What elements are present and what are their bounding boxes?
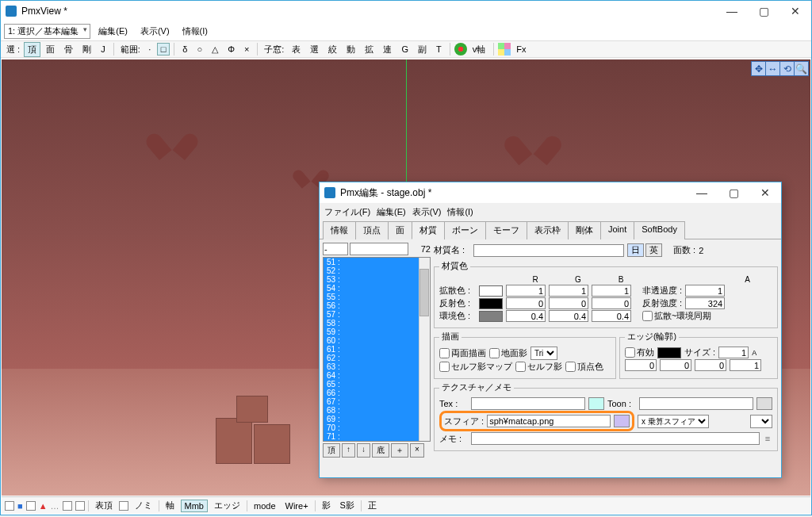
cb-twoside[interactable]: 両面描画	[439, 347, 486, 359]
maximize-button[interactable]: ▢	[748, 1, 779, 21]
list-name-field[interactable]	[350, 243, 408, 255]
tri-select[interactable]: Tri	[530, 347, 557, 360]
sb-4[interactable]: エッジ	[211, 499, 243, 512]
child-titlebar[interactable]: Pmx編集 - stage.obj * — ▢ ✕	[320, 182, 781, 203]
sb-9[interactable]: 正	[365, 499, 380, 512]
memo-input[interactable]	[471, 432, 760, 445]
diffuse-r[interactable]	[506, 285, 546, 297]
toon-input[interactable]	[639, 397, 753, 410]
list-item[interactable]: 54 :	[324, 284, 430, 293]
fx-button[interactable]: Fx	[512, 43, 530, 56]
gizmo-pan-icon[interactable]: ↔	[765, 61, 780, 76]
edge-a[interactable]	[730, 359, 761, 371]
sel-face[interactable]: 面	[42, 42, 59, 57]
ambient-swatch[interactable]	[479, 311, 503, 322]
diffuse-g[interactable]	[549, 285, 588, 297]
tab-bone[interactable]: ボーン	[444, 221, 486, 239]
list-item[interactable]: 69 :	[324, 415, 430, 423]
tab-softbody[interactable]: SoftBody	[634, 221, 685, 239]
minimize-button[interactable]: —	[716, 1, 748, 21]
specular-b[interactable]	[592, 297, 631, 309]
list-add-button[interactable]: ＋	[391, 443, 408, 458]
diffuse-swatch[interactable]	[479, 285, 503, 297]
cw-1[interactable]: 選	[306, 42, 323, 57]
list-filter-input[interactable]	[323, 243, 348, 255]
cb-vertexcolor[interactable]: 頂点色	[565, 361, 603, 373]
sb-8[interactable]: S影	[337, 499, 358, 512]
status-blue[interactable]: ■	[17, 501, 23, 511]
sb-0[interactable]: 表頂	[92, 499, 116, 512]
cw-0[interactable]: 表	[288, 42, 304, 57]
cw-3[interactable]: 動	[343, 42, 359, 57]
sph-color-button[interactable]	[614, 415, 630, 427]
cb-ground[interactable]: 地面影	[489, 347, 527, 359]
list-item[interactable]: 64 :	[324, 371, 430, 380]
sym-circle[interactable]: ○	[193, 43, 206, 56]
sb-6[interactable]: Wire+	[282, 500, 312, 511]
child-menu-edit[interactable]: 編集(E)	[377, 206, 406, 218]
list-item[interactable]: 65 :	[324, 380, 430, 389]
sym-triangle[interactable]: △	[208, 43, 222, 56]
edge-b[interactable]	[695, 359, 726, 371]
sb-7[interactable]: 影	[319, 499, 334, 512]
gizmo-move-icon[interactable]: ✥	[751, 61, 766, 76]
menu-view[interactable]: 表示(V)	[136, 24, 174, 39]
diffuse-b[interactable]	[592, 285, 631, 297]
tab-joint[interactable]: Joint	[600, 221, 634, 239]
sym-phi[interactable]: Φ	[224, 43, 239, 56]
cw-8[interactable]: T	[432, 43, 446, 56]
alpha-input[interactable]	[685, 285, 725, 297]
list-item[interactable]: 53 :	[324, 275, 430, 284]
list-item[interactable]: 68 :	[324, 406, 430, 415]
list-item[interactable]: 60 :	[324, 336, 430, 345]
sph-mode-select[interactable]: x 乗算スフィア	[638, 415, 709, 428]
status-red[interactable]: ▲	[39, 501, 48, 511]
edge-g[interactable]	[660, 359, 691, 371]
cb-selfshadow[interactable]: セルフ影	[515, 361, 562, 373]
ambient-b[interactable]	[592, 310, 631, 322]
list-item[interactable]: 71 :	[324, 432, 430, 441]
sb-5[interactable]: mode	[251, 500, 279, 511]
list-item[interactable]: 56 :	[324, 301, 430, 310]
sb-2[interactable]: 軸	[163, 499, 178, 512]
scrollbar-thumb[interactable]	[419, 269, 429, 316]
tab-rigid[interactable]: 剛体	[568, 221, 601, 239]
cb-edge-enable[interactable]: 有効	[625, 347, 654, 358]
specular-r[interactable]	[506, 297, 546, 309]
sb-sq[interactable]	[119, 501, 128, 511]
list-item[interactable]: 63 :	[324, 362, 430, 371]
range-rect[interactable]: □	[157, 43, 170, 56]
tab-info[interactable]: 情報	[323, 221, 356, 239]
range-dot[interactable]: ·	[144, 43, 155, 56]
tex-color-button[interactable]	[588, 397, 604, 410]
scrollbar[interactable]	[419, 258, 430, 441]
sb-3[interactable]: Mmb	[181, 500, 208, 512]
edge-r[interactable]	[625, 359, 657, 371]
status-sq3[interactable]	[63, 501, 72, 511]
tab-material[interactable]: 材質	[412, 221, 445, 239]
list-bottom-button[interactable]: 底	[372, 443, 389, 458]
cw-5[interactable]: 連	[379, 42, 396, 57]
child-close-button[interactable]: ✕	[749, 182, 781, 203]
list-top-button[interactable]: 頂	[323, 443, 340, 458]
cw-6[interactable]: G	[397, 43, 412, 56]
menu-edit[interactable]: 編集(E)	[94, 24, 132, 39]
list-item[interactable]: 59 :	[324, 327, 430, 336]
child-maximize-button[interactable]: ▢	[718, 182, 749, 203]
list-item[interactable]: 57 :	[324, 310, 430, 319]
gizmo-rotate-icon[interactable]: ⟲	[779, 61, 795, 76]
child-menu-info[interactable]: 情報(I)	[447, 206, 473, 218]
toon-color-button[interactable]	[756, 397, 772, 410]
sel-bone[interactable]: 骨	[60, 42, 77, 57]
sym-delta[interactable]: δ	[178, 43, 191, 56]
list-item[interactable]: 70 :	[324, 423, 430, 432]
vaxis[interactable]: v軸	[469, 42, 490, 57]
target-icon[interactable]	[454, 43, 467, 56]
list-del-button[interactable]: ×	[410, 443, 424, 458]
child-minimize-button[interactable]: —	[686, 182, 718, 203]
ambient-g[interactable]	[549, 310, 588, 322]
shininess-input[interactable]	[685, 297, 725, 309]
list-item[interactable]: 61 :	[324, 345, 430, 354]
status-sq4[interactable]	[75, 501, 85, 511]
specular-swatch[interactable]	[479, 298, 503, 309]
